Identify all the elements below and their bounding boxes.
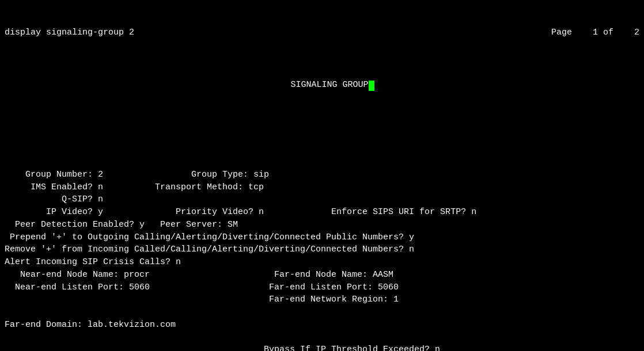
terminal-line: Bypass If IP Threshold Exceeded? n [5, 344, 639, 351]
terminal-line: Near-end Listen Port: 5060 Far-end Liste… [5, 281, 639, 294]
terminal-content: Group Number: 2 Group Type: sip IMS Enab… [0, 130, 644, 352]
terminal-line: Peer Detection Enabled? y Peer Server: S… [5, 219, 639, 231]
header-left: display signaling-group 2 [5, 26, 134, 39]
title-text: SIGNALING GROUP [290, 80, 368, 90]
terminal-line: Remove '+' from Incoming Called/Calling/… [5, 243, 639, 256]
terminal-header: display signaling-group 2 Page 1 of 2 [0, 25, 644, 40]
cursor [369, 81, 374, 91]
title-line: SIGNALING GROUP [0, 65, 644, 105]
terminal-line: IP Video? y Priority Video? n Enforce SI… [5, 206, 639, 219]
terminal-line: IMS Enabled? n Transport Method: tcp [5, 181, 639, 194]
terminal-line: Far-end Network Region: 1 [5, 293, 639, 306]
terminal-line [5, 331, 639, 344]
terminal-line [5, 306, 639, 319]
terminal-line: Near-end Node Name: procr Far-end Node N… [5, 269, 639, 281]
header-right: Page 1 of 2 [551, 26, 639, 39]
terminal-line [5, 156, 639, 169]
terminal-line: Prepend '+' to Outgoing Calling/Alerting… [5, 231, 639, 244]
terminal-line: Alert Incoming SIP Crisis Calls? n [5, 256, 639, 269]
terminal-line: Group Number: 2 Group Type: sip [5, 169, 639, 181]
terminal: display signaling-group 2 Page 1 of 2 SI… [0, 0, 644, 351]
terminal-line: Far-end Domain: lab.tekvizion.com [5, 319, 639, 331]
terminal-line: Q-SIP? n [5, 193, 639, 206]
